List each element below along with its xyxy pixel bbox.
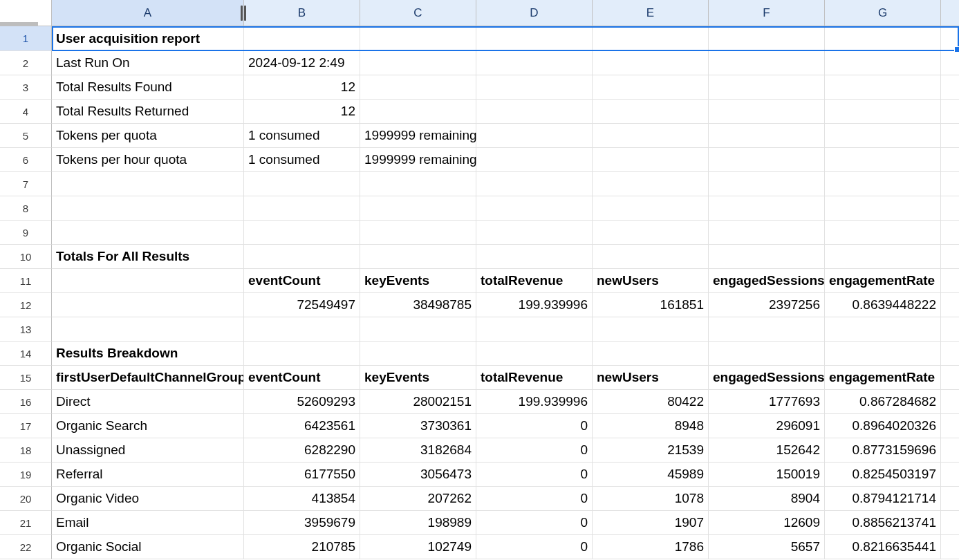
- total-returned-label[interactable]: Total Results Returned: [52, 100, 244, 124]
- col-header-A[interactable]: A: [52, 0, 244, 26]
- cell[interactable]: [941, 438, 959, 463]
- cell[interactable]: [825, 51, 941, 75]
- tokens-hour-label[interactable]: Tokens per hour quota: [52, 148, 244, 172]
- breakdown-col-engagedsessions[interactable]: engagedSessions: [709, 366, 825, 390]
- cell[interactable]: [476, 196, 593, 221]
- cell[interactable]: [941, 463, 959, 487]
- cell[interactable]: [593, 51, 709, 75]
- cell[interactable]: [52, 221, 244, 245]
- col-header-F[interactable]: F: [709, 0, 825, 26]
- cell[interactable]: [476, 245, 593, 269]
- channel-name[interactable]: Email: [52, 511, 244, 535]
- cell[interactable]: [825, 221, 941, 245]
- row-header-18[interactable]: 18: [0, 438, 52, 463]
- cell[interactable]: [941, 245, 959, 269]
- row-header-19[interactable]: 19: [0, 463, 52, 487]
- col-header-E[interactable]: E: [593, 0, 709, 26]
- row-header-8[interactable]: 8: [0, 196, 52, 221]
- cell[interactable]: [476, 221, 593, 245]
- cell[interactable]: [941, 26, 959, 51]
- cell[interactable]: 6282290: [244, 438, 360, 463]
- cell[interactable]: 1786: [593, 535, 709, 559]
- cell[interactable]: [476, 26, 593, 51]
- cell[interactable]: [941, 390, 959, 414]
- cell[interactable]: [941, 487, 959, 511]
- cell[interactable]: [941, 100, 959, 124]
- row-header-15[interactable]: 15: [0, 366, 52, 390]
- cell[interactable]: [244, 221, 360, 245]
- cell[interactable]: 0.8856213741: [825, 511, 941, 535]
- cell[interactable]: [593, 26, 709, 51]
- channel-name[interactable]: Direct: [52, 390, 244, 414]
- row-header-6[interactable]: 6: [0, 148, 52, 172]
- cell[interactable]: [709, 75, 825, 100]
- cell[interactable]: [476, 148, 593, 172]
- col-header-B[interactable]: B: [244, 0, 360, 26]
- cell[interactable]: 3056473: [360, 463, 476, 487]
- totals-val-newusers[interactable]: 161851: [593, 293, 709, 317]
- cell[interactable]: 0: [476, 511, 593, 535]
- row-header-9[interactable]: 9: [0, 221, 52, 245]
- cell[interactable]: [941, 342, 959, 366]
- totals-val-keyevents[interactable]: 38498785: [360, 293, 476, 317]
- cell[interactable]: [360, 51, 476, 75]
- cell[interactable]: [476, 75, 593, 100]
- cell[interactable]: 207262: [360, 487, 476, 511]
- cell[interactable]: 0: [476, 414, 593, 438]
- cell[interactable]: 6177550: [244, 463, 360, 487]
- cell[interactable]: [825, 196, 941, 221]
- cell[interactable]: 1907: [593, 511, 709, 535]
- cell[interactable]: [941, 535, 959, 559]
- cell[interactable]: 152642: [709, 438, 825, 463]
- cell[interactable]: [52, 269, 244, 293]
- cell[interactable]: [360, 317, 476, 342]
- row-header-14[interactable]: 14: [0, 342, 52, 366]
- cell[interactable]: [52, 196, 244, 221]
- row-header-5[interactable]: 5: [0, 124, 52, 148]
- cell[interactable]: [825, 148, 941, 172]
- column-split-handle[interactable]: [238, 6, 249, 21]
- cell[interactable]: [593, 100, 709, 124]
- row-header-7[interactable]: 7: [0, 172, 52, 196]
- cell[interactable]: 6423561: [244, 414, 360, 438]
- row-header-13[interactable]: 13: [0, 317, 52, 342]
- cell[interactable]: [360, 342, 476, 366]
- cell[interactable]: [941, 51, 959, 75]
- channel-name[interactable]: Organic Search: [52, 414, 244, 438]
- cell[interactable]: [360, 245, 476, 269]
- cell[interactable]: 3182684: [360, 438, 476, 463]
- cell[interactable]: [709, 342, 825, 366]
- tokens-hour-remaining[interactable]: 1999999 remaining: [360, 148, 476, 172]
- totals-col-newusers[interactable]: newUsers: [593, 269, 709, 293]
- cell[interactable]: [825, 317, 941, 342]
- cell[interactable]: [593, 342, 709, 366]
- cell[interactable]: [825, 124, 941, 148]
- totals-col-engagementrate[interactable]: engagementRate: [825, 269, 941, 293]
- cell[interactable]: 8904: [709, 487, 825, 511]
- cell[interactable]: 296091: [709, 414, 825, 438]
- cell[interactable]: [941, 124, 959, 148]
- cell[interactable]: [941, 293, 959, 317]
- breakdown-col-engagementrate[interactable]: engagementRate: [825, 366, 941, 390]
- row-header-20[interactable]: 20: [0, 487, 52, 511]
- cell[interactable]: [825, 342, 941, 366]
- cell[interactable]: [360, 75, 476, 100]
- breakdown-col-newusers[interactable]: newUsers: [593, 366, 709, 390]
- cell[interactable]: 150019: [709, 463, 825, 487]
- tokens-quota-consumed[interactable]: 1 consumed: [244, 124, 360, 148]
- cell[interactable]: 199.939996: [476, 390, 593, 414]
- totals-col-keyevents[interactable]: keyEvents: [360, 269, 476, 293]
- total-found-label[interactable]: Total Results Found: [52, 75, 244, 100]
- channel-name[interactable]: Unassigned: [52, 438, 244, 463]
- cell[interactable]: [825, 245, 941, 269]
- cell[interactable]: [941, 511, 959, 535]
- cell[interactable]: [941, 366, 959, 390]
- row-header-21[interactable]: 21: [0, 511, 52, 535]
- row-header-10[interactable]: 10: [0, 245, 52, 269]
- cell[interactable]: [360, 100, 476, 124]
- cell[interactable]: [941, 196, 959, 221]
- cell[interactable]: [709, 196, 825, 221]
- select-all-corner[interactable]: [0, 0, 52, 26]
- totals-col-totalrevenue[interactable]: totalRevenue: [476, 269, 593, 293]
- cell[interactable]: [825, 100, 941, 124]
